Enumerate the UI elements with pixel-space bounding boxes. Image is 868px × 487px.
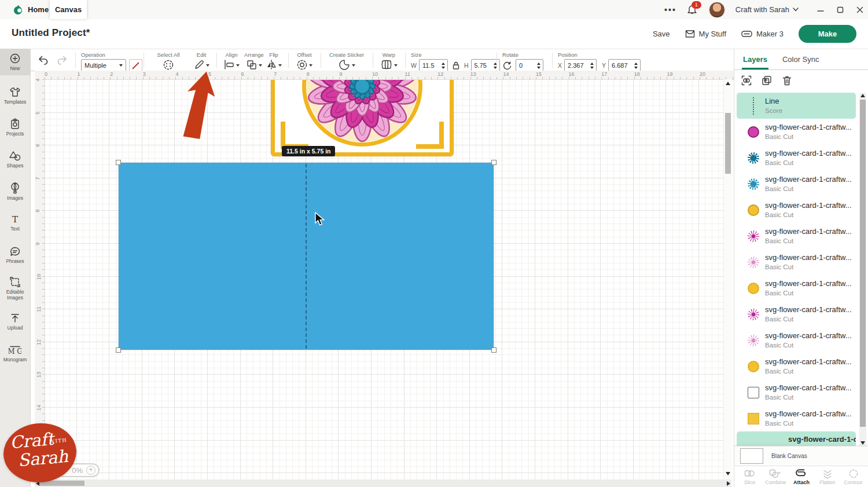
avatar[interactable] — [709, 2, 725, 18]
height-stepper[interactable] — [492, 63, 499, 69]
duplicate-button[interactable] — [760, 74, 773, 87]
undo-button[interactable] — [37, 54, 50, 66]
make-button[interactable]: Make — [799, 25, 856, 43]
y-input[interactable] — [609, 61, 633, 70]
sidebar-item-phrases[interactable]: Phrases — [0, 239, 30, 271]
y-stepper[interactable] — [633, 63, 640, 69]
scroll-right-icon[interactable] — [727, 481, 730, 486]
layer-item[interactable]: svg-flower-card-1-craftw... Basic Cut — [737, 223, 856, 249]
layer-operation: Basic Cut — [765, 341, 852, 350]
canvas-vertical-scrollbar[interactable] — [723, 79, 732, 480]
delete-button[interactable] — [781, 74, 793, 87]
tab-color-sync[interactable]: Color Sync — [782, 49, 819, 69]
blank-canvas-row[interactable]: Blank Canvas — [734, 446, 868, 466]
rotate-label: Rotate — [502, 52, 543, 58]
flatten-button[interactable]: Flatten — [815, 468, 840, 485]
my-stuff-button[interactable]: My Stuff — [685, 30, 726, 38]
sidebar-item-projects[interactable]: Projects — [0, 112, 30, 144]
slice-button[interactable]: Slice — [737, 468, 762, 485]
x-stepper[interactable] — [589, 63, 596, 69]
layer-item[interactable]: svg-flower-card-1-craftw... Basic Cut — [737, 353, 856, 379]
scroll-up-icon[interactable] — [726, 82, 730, 85]
layers-scroll-thumb[interactable] — [860, 100, 866, 427]
layer-item[interactable]: svg-flower-card-1-craftw... Basic Cut — [737, 171, 856, 197]
my-stuff-icon — [685, 30, 695, 38]
create-sticker-button[interactable]: Create Sticker — [324, 52, 369, 70]
maximize-button[interactable] — [837, 6, 844, 13]
sidebar-item-text[interactable]: T Text — [0, 207, 30, 239]
layer-item[interactable]: svg-flower-card-1-craftw... Basic Cut — [737, 249, 856, 275]
layer-item[interactable]: svg-flower-card-1-craftw... Basic Cut — [737, 145, 856, 171]
layer-thumbnail — [747, 253, 760, 272]
sidebar-item-shapes[interactable]: Shapes — [0, 144, 30, 175]
layer-item[interactable]: svg-flower-card-1-craftw... Basic Cut — [737, 301, 856, 327]
layer-item[interactable]: svg-flower-card-1-craft... — [737, 431, 856, 446]
layers-scroll-down-icon[interactable] — [860, 441, 865, 445]
x-input[interactable] — [565, 61, 589, 70]
close-button[interactable] — [856, 6, 863, 13]
contour-button[interactable]: Contour — [841, 468, 866, 485]
attach-icon — [795, 468, 808, 479]
home-tab[interactable]: Home — [13, 0, 49, 19]
lock-aspect-icon[interactable] — [452, 61, 460, 70]
layer-item[interactable]: Line Score — [737, 93, 856, 119]
sidebar-item-templates[interactable]: Templates — [0, 80, 30, 112]
resize-handle-bottom-right[interactable] — [491, 347, 496, 353]
warp-button[interactable]: Warp — [376, 52, 402, 70]
redo-button[interactable] — [56, 54, 68, 66]
layer-item[interactable]: svg-flower-card-1-craftw... Basic Cut — [737, 405, 856, 431]
scroll-down-icon[interactable] — [726, 472, 730, 475]
width-stepper[interactable] — [440, 63, 447, 69]
layer-item[interactable]: svg-flower-card-1-craftw... Basic Cut — [737, 379, 856, 405]
zoom-in-icon[interactable]: + — [86, 466, 95, 475]
align-button[interactable]: Align — [220, 52, 243, 70]
resize-handle-bottom-left[interactable] — [116, 347, 121, 353]
layers-scrollbar[interactable] — [859, 93, 866, 446]
svg-text:M G: M G — [9, 347, 21, 355]
operation-select[interactable]: Multiple — [81, 59, 126, 72]
layer-thumbnail — [747, 409, 760, 428]
trash-icon — [781, 75, 793, 86]
sidebar-item-upload[interactable]: Upload — [0, 306, 30, 338]
canvas-horizontal-scrollbar[interactable] — [35, 479, 731, 487]
offset-button[interactable]: Offset — [292, 52, 317, 70]
attach-button[interactable]: Attach — [789, 468, 814, 485]
overflow-menu-icon[interactable]: ••• — [664, 5, 676, 14]
rotate-stepper[interactable] — [536, 63, 543, 69]
sidebar-item-new[interactable]: New — [0, 49, 30, 75]
machine-select[interactable]: Maker 3 — [741, 30, 784, 38]
duplicate-icon — [761, 75, 773, 86]
account-menu[interactable]: Craft with Sarah — [735, 5, 799, 14]
width-input[interactable] — [420, 61, 440, 70]
layer-item[interactable]: svg-flower-card-1-craftw... Basic Cut — [737, 275, 856, 301]
minimize-button[interactable] — [817, 6, 824, 13]
tab-layers[interactable]: Layers — [743, 49, 767, 69]
height-input[interactable] — [472, 61, 492, 70]
sidebar-item-monogram[interactable]: M G Monogram — [0, 338, 30, 369]
vertical-scroll-thumb[interactable] — [725, 113, 731, 174]
tab-canvas[interactable]: Canvas — [50, 0, 87, 19]
save-button[interactable]: Save — [653, 30, 670, 38]
notifications-button[interactable]: 1 — [687, 3, 698, 16]
pen-color-swatch[interactable] — [129, 59, 142, 72]
resize-handle-top-left[interactable] — [116, 160, 121, 165]
rotate-icon[interactable] — [502, 61, 512, 71]
group-select-button[interactable] — [740, 74, 753, 87]
combine-button[interactable]: Combine — [763, 468, 788, 485]
slice-icon — [744, 468, 755, 479]
score-fold-line[interactable] — [306, 164, 307, 349]
sidebar-item-images[interactable]: Images — [0, 175, 30, 207]
flip-button[interactable]: Flip — [263, 52, 285, 70]
flower-card-artboard[interactable] — [271, 79, 454, 156]
layer-item[interactable]: svg-flower-card-1-craftw... Basic Cut — [737, 327, 856, 353]
layer-item[interactable]: svg-flower-card-1-craftw... Basic Cut — [737, 119, 856, 145]
sidebar-item-editable-images[interactable]: Editable Images — [0, 271, 30, 306]
svg-text:T: T — [12, 214, 18, 225]
resize-handle-top-right[interactable] — [491, 160, 496, 165]
titlebar: Home Canvas ••• 1 Craft with Sarah — [0, 0, 868, 19]
layers-scroll-up-icon[interactable] — [860, 94, 865, 97]
design-canvas[interactable]: 11.5 in x 5.75 in — [35, 79, 723, 480]
edit-button[interactable]: Edit — [190, 52, 213, 70]
rotate-input[interactable] — [516, 61, 536, 70]
layer-item[interactable]: svg-flower-card-1-craftw... Basic Cut — [737, 197, 856, 223]
